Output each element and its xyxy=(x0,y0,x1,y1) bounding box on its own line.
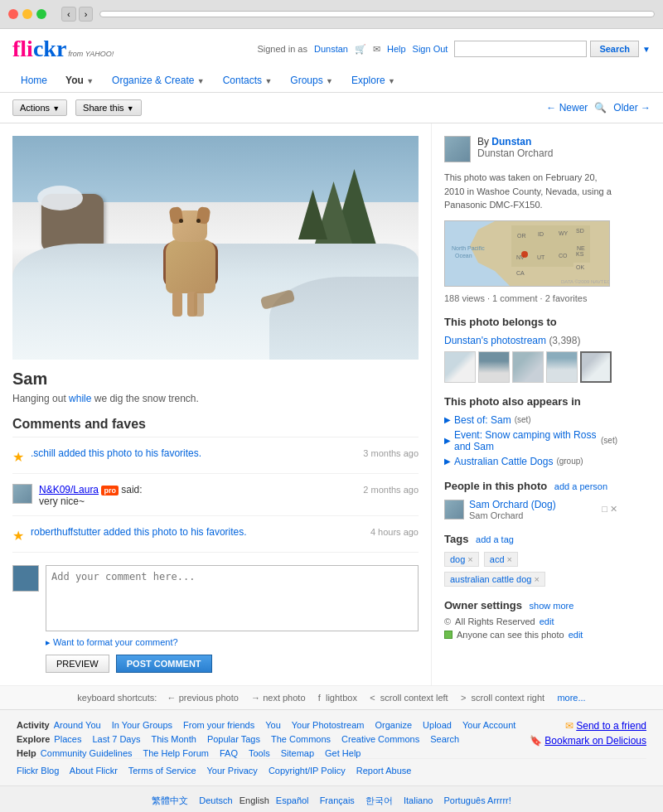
older-link[interactable]: Older → xyxy=(613,102,651,114)
nav-contacts[interactable]: Contacts ▼ xyxy=(215,70,281,92)
commenter-name-1: N&K09/Laura pro said: xyxy=(39,484,143,495)
badge-3: (group) xyxy=(556,457,583,466)
cart-icon: 🛒 xyxy=(355,44,366,55)
author-avatar xyxy=(444,136,471,162)
actions-button[interactable]: Actions ▼ xyxy=(12,99,67,116)
nav-groups[interactable]: Groups ▼ xyxy=(282,70,341,92)
footer-around-you[interactable]: Around You xyxy=(54,720,101,730)
activity-label: Activity xyxy=(17,720,50,730)
footer-tools[interactable]: Tools xyxy=(249,748,270,758)
preview-button[interactable]: PREVIEW xyxy=(46,655,109,673)
nav-you[interactable]: You ▼ xyxy=(57,70,102,92)
show-more-link[interactable]: show more xyxy=(530,601,574,611)
author-link[interactable]: Dunstan xyxy=(491,136,531,147)
footer-you[interactable]: You xyxy=(265,720,281,730)
search-button[interactable]: Search xyxy=(590,41,639,57)
commenter-link-1[interactable]: N&K09/Laura xyxy=(39,484,99,495)
description-link[interactable]: while xyxy=(69,393,91,404)
footer-this-month[interactable]: This Month xyxy=(151,734,196,744)
photostream-link[interactable]: Dunstan's photostream (3,398) xyxy=(444,335,617,346)
url-bar[interactable] xyxy=(99,11,655,17)
forward-button[interactable]: › xyxy=(79,7,94,22)
footer-in-groups[interactable]: In Your Groups xyxy=(112,720,172,730)
fave-item-1: ★ .schill added this photo to his favori… xyxy=(12,447,419,474)
share-button[interactable]: Share this ▼ xyxy=(75,99,142,116)
lang-portuguese[interactable]: Português Arrrrr! xyxy=(444,795,511,805)
search-dropdown-arrow[interactable]: ▼ xyxy=(642,45,651,54)
footer-account[interactable]: Your Account xyxy=(462,720,515,730)
lang-francais[interactable]: Français xyxy=(320,795,355,805)
username-link[interactable]: Dunstan xyxy=(314,44,348,54)
person-link[interactable]: Sam Orchard (Dog) xyxy=(469,499,556,510)
footer-faq[interactable]: FAQ xyxy=(220,748,238,758)
minimize-button[interactable] xyxy=(22,9,32,19)
comment-textarea[interactable] xyxy=(46,565,419,631)
tag-link-dog[interactable]: dog xyxy=(450,554,465,564)
send-friend-anchor[interactable]: Send to a friend xyxy=(576,720,646,732)
footer-commons[interactable]: The Commons xyxy=(271,734,331,744)
search-input[interactable] xyxy=(454,41,587,57)
stream-thumb-5[interactable] xyxy=(580,351,612,383)
maximize-button[interactable] xyxy=(36,9,46,19)
nav-explore[interactable]: Explore ▼ xyxy=(343,70,404,92)
privacy-link[interactable]: Your Privacy xyxy=(207,766,258,776)
nav-home[interactable]: Home xyxy=(12,70,56,92)
back-button[interactable]: ‹ xyxy=(61,7,76,22)
tag-link-acd[interactable]: acd xyxy=(490,554,505,564)
also-in-link-3[interactable]: Australian Cattle Dogs xyxy=(454,456,553,467)
terms-link[interactable]: Terms of Service xyxy=(128,766,196,776)
format-link[interactable]: ▸ Want to format your comment? xyxy=(46,637,419,648)
stream-thumb-3[interactable] xyxy=(512,351,544,383)
tag-remove-acd[interactable]: × xyxy=(507,554,512,564)
also-in-link-2[interactable]: Event: Snow camping with Ross and Sam xyxy=(454,429,598,452)
footer-help-forum[interactable]: The Help Forum xyxy=(143,748,209,758)
nav-organize[interactable]: Organize & Create ▼ xyxy=(104,70,213,92)
stream-thumb-1[interactable] xyxy=(444,351,476,383)
footer-popular-tags[interactable]: Popular Tags xyxy=(207,734,260,744)
about-flickr-link[interactable]: About Flickr xyxy=(70,766,118,776)
bookmark-anchor[interactable]: Bookmark on Delicious xyxy=(544,735,646,747)
person-checkbox[interactable]: □ xyxy=(602,504,607,515)
lang-italiano[interactable]: Italiano xyxy=(404,795,433,805)
footer-photostream[interactable]: Your Photostream xyxy=(292,720,365,730)
stream-thumb-2[interactable] xyxy=(478,351,510,383)
tag-link-acd2[interactable]: australian cattle dog xyxy=(450,574,531,584)
fave-author-1[interactable]: .schill added this photo to his favorite… xyxy=(31,447,201,459)
tag-remove-dog[interactable]: × xyxy=(467,554,472,564)
report-abuse-link[interactable]: Report Abuse xyxy=(356,766,412,776)
footer-search[interactable]: Search xyxy=(430,734,459,744)
footer-sitemap[interactable]: Sitemap xyxy=(281,748,314,758)
stream-thumb-4[interactable] xyxy=(546,351,578,383)
footer-get-help[interactable]: Get Help xyxy=(325,748,361,758)
footer-places[interactable]: Places xyxy=(54,734,81,744)
footer-last7[interactable]: Last 7 Days xyxy=(92,734,140,744)
post-comment-button[interactable]: POST COMMENT xyxy=(116,655,212,673)
newer-link[interactable]: ← Newer xyxy=(546,102,588,114)
footer-from-friends[interactable]: From your friends xyxy=(183,720,254,730)
footer-creative-commons[interactable]: Creative Commons xyxy=(341,734,419,744)
also-in-link-1[interactable]: Best of: Sam xyxy=(454,414,511,426)
lang-deutsch[interactable]: Deutsch xyxy=(199,795,232,805)
search-photos-icon[interactable]: 🔍 xyxy=(594,102,607,114)
sign-out-link[interactable]: Sign Out xyxy=(413,44,448,54)
lang-chinese[interactable]: 繁體中文 xyxy=(152,795,188,805)
lang-korean[interactable]: 한국어 xyxy=(365,795,393,805)
photo-description: Hanging out while we dig the snow trench… xyxy=(12,393,419,404)
close-button[interactable] xyxy=(8,9,18,19)
add-person-link[interactable]: add a person xyxy=(554,481,607,491)
footer-community[interactable]: Community Guidelines xyxy=(41,748,133,758)
copyright-edit-link[interactable]: edit xyxy=(540,616,554,626)
footer-upload[interactable]: Upload xyxy=(423,720,452,730)
tag-remove-acd2[interactable]: × xyxy=(534,574,539,584)
comment-body-1: N&K09/Laura pro said: 2 months ago very … xyxy=(39,484,419,507)
help-link[interactable]: Help xyxy=(387,44,406,54)
person-remove[interactable]: ✕ xyxy=(610,504,617,515)
lang-espanol[interactable]: Español xyxy=(276,795,309,805)
flickr-blog-link[interactable]: Flickr Blog xyxy=(17,766,59,776)
visibility-edit-link[interactable]: edit xyxy=(569,630,583,640)
copyright-policy-link[interactable]: Copyright/IP Policy xyxy=(269,766,346,776)
fave-author-2[interactable]: roberthuffstutter added this photo to hi… xyxy=(31,526,247,538)
footer-organize[interactable]: Organize xyxy=(375,720,412,730)
more-shortcuts-link[interactable]: more... xyxy=(557,693,585,703)
add-tag-link[interactable]: add a tag xyxy=(476,534,514,544)
